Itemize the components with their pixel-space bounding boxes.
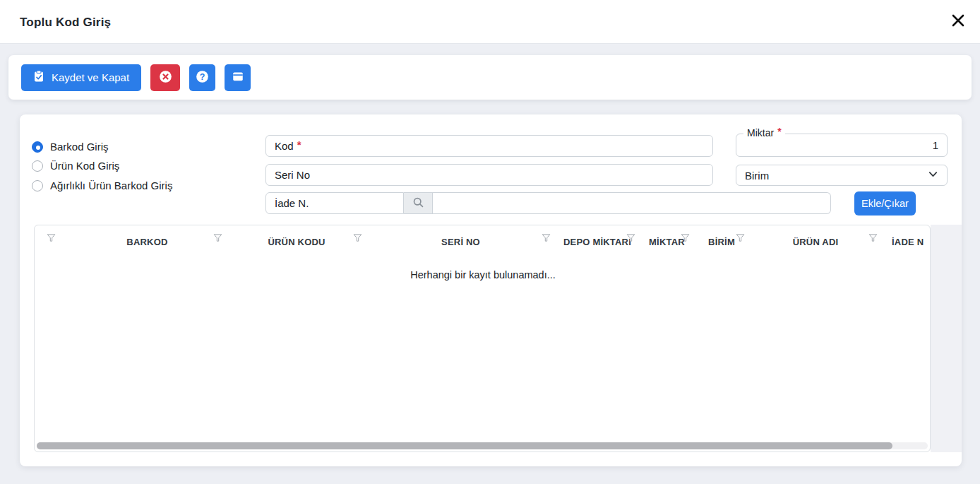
filter-funnel-icon[interactable]: [681, 233, 690, 244]
dialog-header: Toplu Kod Giriş: [0, 0, 980, 44]
cancel-circle-x-icon: [159, 70, 172, 85]
filter-funnel-icon[interactable]: [868, 233, 878, 244]
birim-select[interactable]: Birim: [736, 165, 948, 186]
radio-label: Barkod Giriş: [50, 141, 109, 153]
filter-funnel-icon[interactable]: [626, 233, 635, 244]
required-asterisk: *: [777, 126, 781, 137]
grid-column-miktar[interactable]: MİKTAR: [640, 225, 694, 258]
help-question-icon: ?: [196, 70, 209, 85]
grid-empty-message: Herhangi bir kayıt bulunamadı...: [35, 269, 931, 281]
filter-funnel-icon[interactable]: [736, 233, 745, 244]
birim-selected-value: Birim: [745, 170, 769, 182]
filter-funnel-icon[interactable]: [542, 233, 551, 244]
iade-input[interactable]: [275, 193, 395, 213]
column-header-label[interactable]: SERİ NO: [441, 237, 480, 247]
grid-column-barkod[interactable]: BARKOD: [68, 225, 227, 258]
iade-description-display: [433, 192, 831, 214]
save-and-close-label: Kaydet ve Kapat: [52, 71, 129, 83]
data-grid: BARKOD ÜRÜN KODU SERİ NO DEPO MİKTARI: [34, 225, 931, 452]
kod-label: Kod: [275, 140, 294, 152]
radio-barkod-giris[interactable]: Barkod Giriş: [32, 141, 109, 153]
grid-column-depo-miktari[interactable]: DEPO MİKTARI: [555, 225, 640, 258]
help-button[interactable]: ?: [189, 64, 215, 91]
close-button[interactable]: [948, 11, 969, 32]
miktar-field: Miktar *: [736, 134, 948, 157]
entry-panel: Barkod Giriş Ürün Kod Giriş Ağırlıklı Ür…: [20, 114, 962, 466]
radio-label: Ağırlıklı Ürün Barkod Giriş: [50, 179, 172, 191]
radio-dot: [32, 160, 43, 172]
save-and-close-button[interactable]: Kaydet ve Kapat: [21, 64, 141, 91]
grid-column-row-filter: [35, 225, 68, 258]
column-header-label[interactable]: MİKTAR: [649, 237, 685, 247]
miktar-label: Miktar: [747, 127, 774, 138]
toolbar: Kaydet ve Kapat ?: [8, 55, 972, 100]
seri-no-input[interactable]: [275, 165, 704, 185]
column-header-label[interactable]: BARKOD: [126, 237, 167, 247]
grid-column-urun-kodu[interactable]: ÜRÜN KODU: [227, 225, 366, 258]
grid-header-row: BARKOD ÜRÜN KODU SERİ NO DEPO MİKTARI: [35, 225, 931, 258]
grid-column-seri-no[interactable]: SERİ NO: [366, 225, 555, 258]
iade-group: [265, 192, 831, 214]
window-card-icon: [232, 70, 244, 85]
required-asterisk: *: [297, 138, 301, 150]
radio-dot: [32, 141, 43, 153]
iade-field: [265, 192, 404, 214]
horizontal-scrollbar-thumb[interactable]: [37, 442, 892, 449]
radio-urun-kod-giris[interactable]: Ürün Kod Giriş: [32, 160, 119, 172]
column-header-label[interactable]: BİRİM: [708, 237, 735, 247]
iade-search-button[interactable]: [404, 192, 433, 214]
svg-text:?: ?: [200, 71, 205, 81]
kod-input[interactable]: Kod *: [265, 135, 713, 157]
column-header-label[interactable]: ÜRÜN ADI: [793, 237, 839, 247]
filter-funnel-icon[interactable]: [353, 233, 362, 244]
grid-column-iade-nedeni[interactable]: İADE N: [882, 225, 931, 258]
column-header-label[interactable]: İADE N: [892, 237, 924, 247]
filter-funnel-icon[interactable]: [47, 233, 56, 244]
dialog-title: Toplu Kod Giriş: [20, 16, 111, 30]
filter-funnel-icon[interactable]: [213, 233, 222, 244]
grid-side-filler: [931, 225, 962, 452]
clipboard-check-icon: [33, 70, 44, 85]
chevron-down-icon: [928, 169, 938, 182]
radio-label: Ürün Kod Giriş: [50, 160, 119, 172]
window-button[interactable]: [225, 64, 251, 91]
horizontal-scrollbar[interactable]: [37, 442, 928, 449]
seri-no-field: [265, 164, 713, 186]
cancel-button[interactable]: [150, 64, 180, 91]
radio-dot: [32, 180, 43, 191]
search-icon: [412, 196, 424, 211]
grid-column-birim[interactable]: BİRİM: [694, 225, 749, 258]
close-icon: [950, 13, 966, 30]
column-header-label[interactable]: DEPO MİKTARI: [563, 237, 631, 247]
grid-column-urun-adi[interactable]: ÜRÜN ADI: [749, 225, 882, 258]
add-remove-button[interactable]: Ekle/Çıkar: [854, 191, 916, 216]
column-header-label[interactable]: ÜRÜN KODU: [268, 237, 325, 247]
radio-agirlikli-urun-barkod-giris[interactable]: Ağırlıklı Ürün Barkod Giriş: [32, 179, 172, 191]
